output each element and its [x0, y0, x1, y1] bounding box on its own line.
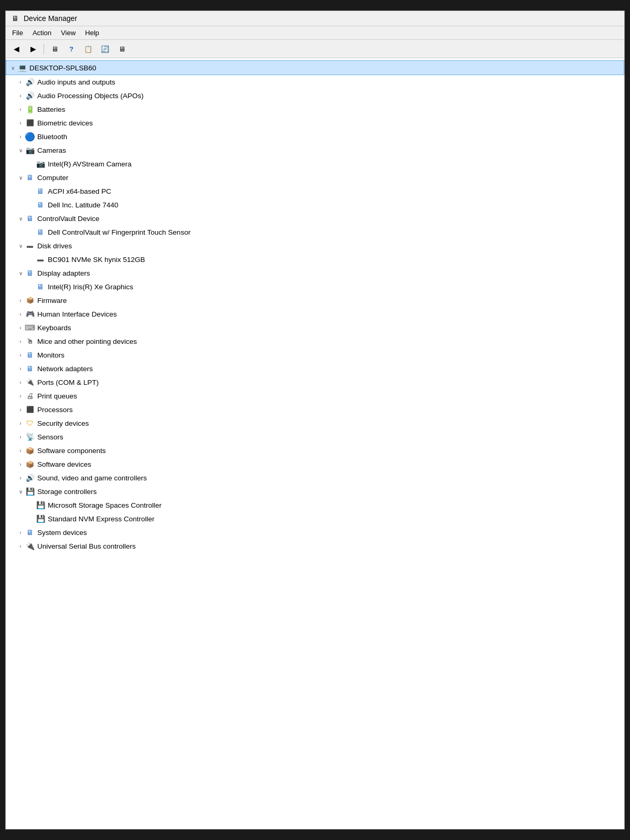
cameras-icon: 📷 [25, 145, 35, 155]
controlvault-expander: ∨ [16, 214, 25, 223]
batteries-label: Batteries [37, 106, 65, 113]
bc901-icon: ▬ [35, 254, 46, 265]
tree-item-biometric[interactable]: › ⬛ Biometric devices [6, 116, 624, 130]
tree-item-security[interactable]: › 🛡 Security devices [6, 416, 624, 430]
menu-file[interactable]: File [8, 27, 27, 38]
window-title: Device Manager [24, 14, 77, 23]
biometric-icon: ⬛ [25, 118, 35, 128]
cameras-label: Cameras [37, 146, 66, 154]
back-button[interactable]: ◀ [9, 42, 24, 56]
software-dev-icon: 📦 [25, 459, 35, 469]
tree-item-controlvault[interactable]: ∨ 🖥 ControlVault Device [6, 212, 624, 225]
tree-item-monitors[interactable]: › 🖥 Monitors [6, 348, 624, 362]
monitor-button[interactable]: 🖥 [114, 42, 129, 56]
tree-root[interactable]: ∨ 💻 DESKTOP-SPLSB60 [6, 60, 624, 75]
tree-item-display[interactable]: ∨ 🖥 Display adapters [6, 266, 624, 280]
tree-item-nvm[interactable]: 💾 Standard NVM Express Controller [6, 512, 624, 526]
processors-icon: ⬛ [25, 404, 35, 415]
dell-latitude-label: Dell Inc. Latitude 7440 [48, 201, 118, 209]
tree-item-ports[interactable]: › 🔌 Ports (COM & LPT) [6, 375, 624, 389]
tree-item-batteries[interactable]: › 🔋 Batteries [6, 102, 624, 116]
tree-item-audio-proc[interactable]: › 🔊 Audio Processing Objects (APOs) [6, 89, 624, 102]
controlvault-dell-icon: 🖥 [35, 227, 46, 237]
tree-item-sensors[interactable]: › 📡 Sensors [6, 430, 624, 444]
tree-item-storage[interactable]: ∨ 💾 Storage controllers [6, 485, 624, 498]
tree-item-sound[interactable]: › 🔊 Sound, video and game controllers [6, 471, 624, 485]
usb-icon: 🔌 [25, 541, 35, 551]
software-dev-expander: › [16, 460, 25, 468]
tree-item-controlvault-dell[interactable]: 🖥 Dell ControlVault w/ Fingerprint Touch… [6, 225, 624, 239]
tree-item-network[interactable]: › 🖥 Network adapters [6, 362, 624, 375]
update-button[interactable]: 🔄 [98, 42, 112, 56]
tree-item-software-comp[interactable]: › 📦 Software components [6, 444, 624, 457]
hid-icon: 🎮 [25, 309, 35, 319]
tree-item-ms-storage[interactable]: 💾 Microsoft Storage Spaces Controller [6, 498, 624, 512]
tree-item-usb[interactable]: › 🔌 Universal Serial Bus controllers [6, 539, 624, 553]
tree-item-bc901[interactable]: ▬ BC901 NVMe SK hynix 512GB [6, 253, 624, 266]
software-comp-expander: › [16, 446, 25, 455]
nvm-label: Standard NVM Express Controller [48, 515, 154, 523]
network-label: Network adapters [37, 365, 93, 373]
storage-expander: ∨ [16, 487, 25, 496]
tree-item-bluetooth[interactable]: › 🔵 Bluetooth [6, 130, 624, 143]
controlvault-dell-expander [27, 228, 35, 236]
menu-help[interactable]: Help [81, 27, 103, 38]
tree-item-processors[interactable]: › ⬛ Processors [6, 403, 624, 416]
root-label: DESKTOP-SPLSB60 [29, 64, 96, 72]
hid-label: Human Interface Devices [37, 310, 117, 318]
tree-item-dell-latitude[interactable]: 🖥 Dell Inc. Latitude 7440 [6, 198, 624, 212]
network-icon: 🖥 [25, 363, 35, 374]
acpi-expander [27, 187, 35, 195]
print-icon: 🖨 [25, 391, 35, 401]
menu-view[interactable]: View [57, 27, 80, 38]
bluetooth-expander: › [16, 132, 25, 141]
tree-item-hid[interactable]: › 🎮 Human Interface Devices [6, 307, 624, 321]
bluetooth-icon: 🔵 [25, 131, 35, 142]
tree-item-computer[interactable]: ∨ 🖥 Computer [6, 171, 624, 184]
dell-latitude-icon: 🖥 [35, 200, 46, 210]
tree-item-acpi[interactable]: 🖥 ACPI x64-based PC [6, 184, 624, 198]
ms-storage-icon: 💾 [35, 500, 46, 510]
menu-bar: File Action View Help [6, 26, 624, 40]
iris-icon: 🖥 [35, 281, 46, 292]
tree-item-cameras[interactable]: ∨ 📷 Cameras [6, 143, 624, 157]
bluetooth-label: Bluetooth [37, 133, 67, 141]
ports-expander: › [16, 378, 25, 386]
processors-expander: › [16, 405, 25, 414]
sensors-icon: 📡 [25, 432, 35, 442]
toolbar: ◀ ▶ 🖥 ? 📋 🔄 🖥 [6, 40, 624, 58]
title-bar: 🖥 Device Manager [6, 11, 624, 26]
ms-storage-expander [27, 501, 35, 509]
nvm-expander [27, 514, 35, 523]
tree-item-keyboards[interactable]: › ⌨ Keyboards [6, 321, 624, 334]
sound-label: Sound, video and game controllers [37, 474, 147, 482]
acpi-icon: 🖥 [35, 186, 46, 196]
root-expander: ∨ [8, 64, 17, 72]
cameras-intel-expander [27, 160, 35, 168]
disk-expander: ∨ [16, 242, 25, 250]
tree-item-disk[interactable]: ∨ ▬ Disk drives [6, 239, 624, 253]
iris-label: Intel(R) Iris(R) Xe Graphics [48, 283, 133, 291]
tree-item-audio-io[interactable]: › 🔊 Audio inputs and outputs [6, 75, 624, 89]
monitors-icon: 🖥 [25, 350, 35, 360]
tree-item-print[interactable]: › 🖨 Print queues [6, 389, 624, 403]
properties-button[interactable]: 📋 [81, 42, 96, 56]
sound-expander: › [16, 474, 25, 482]
tree-item-iris[interactable]: 🖥 Intel(R) Iris(R) Xe Graphics [6, 280, 624, 293]
tree-item-system[interactable]: › 🖥 System devices [6, 526, 624, 539]
toolbar-separator-1 [44, 44, 44, 54]
menu-action[interactable]: Action [28, 27, 56, 38]
computer-button[interactable]: 🖥 [47, 42, 62, 56]
tree-item-firmware[interactable]: › 📦 Firmware [6, 293, 624, 307]
bc901-expander [27, 255, 35, 264]
tree-item-cameras-intel[interactable]: 📷 Intel(R) AVStream Camera [6, 157, 624, 171]
tree-item-software-dev[interactable]: › 📦 Software devices [6, 457, 624, 471]
tree-item-mice[interactable]: › 🖱 Mice and other pointing devices [6, 334, 624, 348]
help-button[interactable]: ? [64, 42, 79, 56]
security-expander: › [16, 419, 25, 427]
usb-expander: › [16, 542, 25, 550]
usb-label: Universal Serial Bus controllers [37, 542, 136, 550]
display-icon: 🖥 [25, 268, 35, 278]
forward-button[interactable]: ▶ [26, 42, 40, 56]
mice-expander: › [16, 337, 25, 345]
